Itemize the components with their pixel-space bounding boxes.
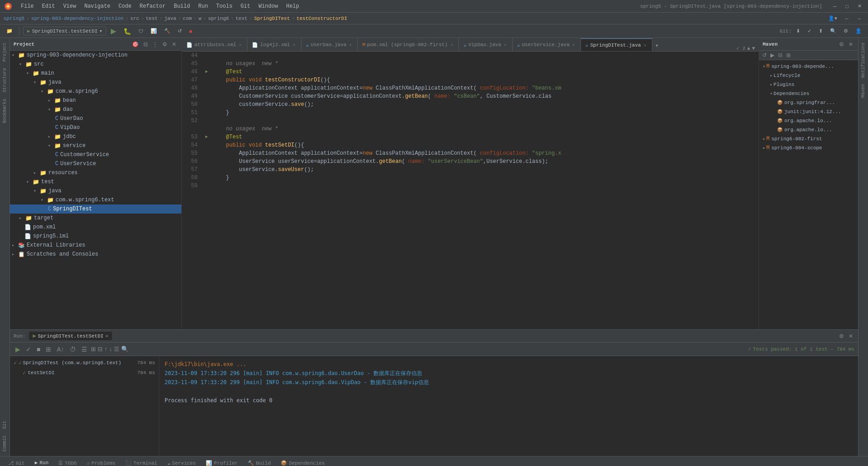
search-everywhere-button[interactable]: 🔍 (827, 27, 839, 35)
tree-service-folder[interactable]: ▾ 📁 service (10, 141, 181, 150)
git-side-tab[interactable]: Git (1, 418, 9, 432)
find-button[interactable]: 🔍 (121, 346, 129, 352)
menu-edit[interactable]: Edit (38, 2, 59, 10)
maven-close-button[interactable]: ✕ (847, 41, 854, 48)
commit-tab[interactable]: Commit (1, 433, 9, 454)
tree-java[interactable]: ▾ 📁 java (10, 78, 181, 87)
gutter-down[interactable]: ▼ (752, 46, 755, 51)
menu-tools[interactable]: Tools (212, 2, 236, 10)
maven-project-main[interactable]: ▾ M spring-003-depende... (759, 62, 858, 71)
maven-dependencies[interactable]: ▾ Dependencies (759, 89, 858, 98)
maximize-button[interactable]: □ (843, 2, 851, 10)
settings-button[interactable]: ⚙ (841, 27, 851, 35)
maven-dep-apache1[interactable]: 📦 org.apache.lo... (759, 116, 858, 125)
git-commit-button[interactable]: ✓ (805, 27, 814, 35)
menu-build[interactable]: Build (170, 2, 193, 10)
maven-collapse-button[interactable]: ⊟ (777, 52, 784, 59)
tree-target-folder[interactable]: ▸ 📁 target (10, 214, 181, 223)
tab-log4j2-close[interactable]: ✕ (292, 42, 296, 48)
breadcrumb-method[interactable]: testConstructorDI (297, 16, 347, 21)
tab-springditest[interactable]: ☕ SpringDITest.java ✕ (581, 38, 652, 51)
breadcrumb-text[interactable]: text (236, 16, 247, 21)
breadcrumb-spring5[interactable]: spring5 (4, 16, 24, 21)
tree-customerservice[interactable]: C CustomerService (10, 150, 181, 159)
git-update-button[interactable]: ⬇ (793, 27, 803, 35)
tab-vipdao-close[interactable]: ✕ (503, 42, 508, 48)
tab-log4j2[interactable]: 📄 log4j2.xml ✕ (247, 38, 301, 51)
run-tab-close[interactable]: ✕ (105, 333, 108, 339)
menu-view[interactable]: View (60, 2, 80, 10)
tab-pom[interactable]: M pom.xml (spring6-002-first) ✕ (358, 38, 459, 51)
breadcrumb-java[interactable]: java (165, 16, 176, 21)
tree-userdao[interactable]: C UserDao (10, 114, 181, 123)
breadcrumb-com[interactable]: com (183, 16, 192, 21)
maven-run-button[interactable]: ▶ (769, 52, 776, 59)
maven-reload-button[interactable]: ↺ (761, 52, 768, 59)
sort-duration-button[interactable]: ⏱ (68, 345, 78, 354)
filter-button[interactable]: ☰ (80, 345, 89, 354)
sidebar-close-button[interactable]: ✕ (170, 41, 178, 48)
tree-springditest[interactable]: C SpringDITest (10, 204, 181, 214)
tree-scratches[interactable]: ▸ 📋 Scratches and Consoles (10, 250, 181, 259)
project-tab[interactable]: Project (1, 40, 9, 64)
tree-external-libs[interactable]: ▸ 📚 External Libraries (10, 241, 181, 250)
collapse-button[interactable]: ⊟ (98, 346, 103, 352)
tree-src[interactable]: ▾ 📁 src (10, 60, 181, 69)
run-config-selector[interactable]: ▶ SpringDITest.testSetDI ▾ (23, 27, 106, 35)
nav-problems[interactable]: ⚠ Problems (82, 459, 120, 466)
build-button[interactable]: 🔨 (161, 27, 173, 35)
menu-window[interactable]: Window (255, 2, 282, 10)
tree-test-java[interactable]: ▾ 📁 java (10, 186, 181, 195)
menu-file[interactable]: File (17, 2, 38, 10)
tree-test-folder[interactable]: ▾ 📁 test (10, 177, 181, 186)
maven-project-2[interactable]: ▸ M spring6-002-first (759, 134, 858, 143)
nav-git[interactable]: ⎇ Git (4, 459, 29, 466)
tree-dao-folder[interactable]: ▾ 📁 dao (10, 105, 181, 114)
forward-button[interactable]: → (854, 15, 864, 22)
nav-services[interactable]: ☁ Services (163, 459, 200, 466)
run-tree-button[interactable]: ⊞ (44, 345, 53, 354)
tab-userdao[interactable]: ☕ UserDao.java ✕ (302, 38, 358, 51)
maven-dep-spring[interactable]: 📦 org.springfrar... (759, 98, 858, 107)
debug-button[interactable]: 🐛 (121, 27, 134, 36)
menu-help[interactable]: Help (283, 2, 303, 10)
expand-button[interactable]: ⊞ (91, 346, 96, 352)
breadcrumb-src[interactable]: src (130, 16, 139, 21)
menu-code[interactable]: Code (115, 2, 135, 10)
run-class-item[interactable]: ✓ ✓ SpringDITest (com.w.spring6.text) 78… (10, 358, 159, 368)
tab-vipdao[interactable]: ☕ VipDao.java ✕ (459, 38, 512, 51)
tree-com-w-spring6[interactable]: ▾ 📁 com.w.spring6 (10, 87, 181, 96)
git-push-button[interactable]: ⬆ (816, 27, 826, 35)
nav-run[interactable]: ▶ Run (30, 459, 53, 466)
nav-terminal[interactable]: ⬛ Terminal (121, 459, 162, 466)
coverage-button[interactable]: 🛡 (136, 28, 146, 35)
breadcrumb-test[interactable]: test (146, 16, 158, 21)
maven-plugins[interactable]: ▸ Plugins (759, 80, 858, 89)
user-button[interactable]: 👤 (853, 27, 864, 35)
breadcrumb-project[interactable]: spring-003-dependency-injection (31, 16, 124, 21)
rerun-button[interactable]: ✓ (24, 345, 33, 354)
notifications-tab[interactable]: Notifications (859, 40, 867, 81)
run-button[interactable]: ▶ (108, 26, 119, 36)
run-panel-close[interactable]: ✕ (847, 333, 854, 340)
down-button[interactable]: ↓ (109, 346, 112, 352)
tab-springditest-close[interactable]: ✕ (643, 43, 647, 48)
structure-tab[interactable]: Structure (1, 65, 9, 95)
code-editor[interactable]: 44 45 no usages new * 46 ▶ (182, 52, 759, 329)
tree-main[interactable]: ▾ 📁 main (10, 69, 181, 78)
sort-alpha-button[interactable]: A↑ (55, 345, 66, 354)
tab-more-button[interactable]: ▾ (652, 40, 661, 51)
project-structure-button[interactable]: 📁 (4, 27, 15, 35)
profile-button[interactable]: 📊 (148, 27, 160, 35)
nav-build[interactable]: 🔨 Build (243, 459, 275, 466)
tree-resources-folder[interactable]: ▸ 📁 resources (10, 168, 181, 177)
up-button[interactable]: ↑ (104, 346, 108, 352)
tree-com-w-spring6-text[interactable]: ▾ 📁 com.w.spring6.text (10, 195, 181, 204)
breadcrumb-spring6[interactable]: spring6 (208, 16, 229, 21)
tab-attributes-close[interactable]: ✕ (238, 42, 242, 48)
sidebar-settings-button[interactable]: ⚙ (161, 41, 169, 48)
bookmarks-tab[interactable]: Bookmarks (1, 96, 9, 126)
menu-navigate[interactable]: Navigate (80, 2, 114, 10)
menu-git[interactable]: Git (237, 2, 254, 10)
sidebar-locate-button[interactable]: 🎯 (131, 41, 140, 48)
